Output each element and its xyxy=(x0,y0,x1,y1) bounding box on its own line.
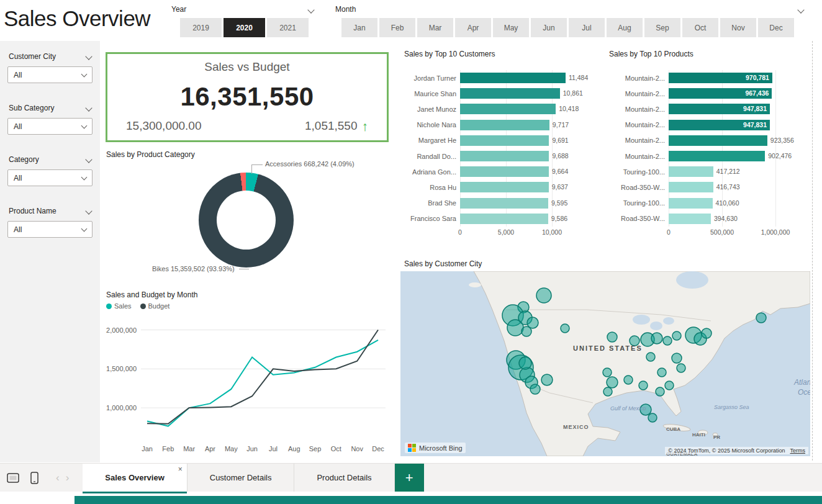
bar[interactable]: 9,664 xyxy=(460,166,549,177)
bar[interactable]: 9,595 xyxy=(460,198,548,209)
bar-value-label: 11,484 xyxy=(569,74,588,81)
bar[interactable]: 11,484 xyxy=(460,73,566,83)
map-bubble[interactable] xyxy=(677,364,685,372)
chevron-down-icon[interactable] xyxy=(85,207,92,214)
map-bubble[interactable] xyxy=(648,413,657,422)
bar-track: 417,212 xyxy=(669,166,806,177)
legend-dot xyxy=(106,304,112,309)
bar[interactable]: 9,691 xyxy=(460,135,549,146)
month-button-apr[interactable]: Apr xyxy=(455,18,491,37)
month-button-jun[interactable]: Jun xyxy=(531,18,567,37)
map-bubble[interactable] xyxy=(672,331,681,340)
line-chart-plot-area[interactable] xyxy=(141,313,386,445)
add-page-button[interactable]: + xyxy=(395,464,424,492)
map-bubble[interactable] xyxy=(646,353,655,361)
bar[interactable]: 947,831 xyxy=(669,104,770,114)
map-bubble[interactable] xyxy=(663,336,672,345)
filter-dropdown[interactable]: All xyxy=(7,169,93,186)
bar-track: 947,831 xyxy=(669,120,806,130)
desktop-view-icon[interactable] xyxy=(5,470,21,486)
tab-product-details[interactable]: Product Details xyxy=(294,464,394,492)
map-bubble[interactable] xyxy=(657,368,666,377)
map-bubble[interactable] xyxy=(507,320,523,336)
bar-row: Janet Munoz10,418 xyxy=(404,101,595,117)
donut-chart[interactable] xyxy=(199,173,294,268)
map-bubble[interactable] xyxy=(607,377,618,388)
map-bubble[interactable] xyxy=(561,324,569,333)
bar[interactable]: 9,688 xyxy=(460,151,549,161)
bar[interactable]: 10,861 xyxy=(460,88,560,99)
x-axis-label: Sep xyxy=(307,445,324,452)
bar[interactable]: 970,781 xyxy=(669,73,772,83)
map-bubble[interactable] xyxy=(603,387,612,396)
bar[interactable]: 902,476 xyxy=(669,151,765,161)
year-button-2019[interactable]: 2019 xyxy=(180,18,222,37)
month-button-oct[interactable]: Oct xyxy=(682,18,718,37)
month-button-jan[interactable]: Jan xyxy=(341,18,377,37)
year-button-2020[interactable]: 2020 xyxy=(224,18,265,37)
bar[interactable]: 9,717 xyxy=(460,120,549,130)
map-bubble[interactable] xyxy=(603,368,612,377)
month-button-aug[interactable]: Aug xyxy=(607,18,643,37)
bar[interactable]: 394,630 xyxy=(669,214,711,224)
month-button-may[interactable]: May xyxy=(493,18,529,37)
bar-track: 947,831 xyxy=(669,104,806,114)
month-button-mar[interactable]: Mar xyxy=(417,18,453,37)
tab-customer-details[interactable]: Customer Details xyxy=(187,464,295,492)
close-icon[interactable]: × xyxy=(178,465,183,474)
filter-dropdown[interactable]: All xyxy=(7,221,93,238)
map-bubble[interactable] xyxy=(624,376,633,384)
mobile-view-icon[interactable] xyxy=(26,470,42,486)
bing-logo[interactable]: Microsoft Bing xyxy=(405,443,466,453)
x-axis-label: Apr xyxy=(201,445,219,452)
bar[interactable]: 923,356 xyxy=(669,135,767,146)
tab-sales-overview[interactable]: Sales Overview× xyxy=(83,464,187,492)
year-button-2021[interactable]: 2021 xyxy=(267,18,309,37)
chevron-down-icon[interactable] xyxy=(85,104,92,111)
legend-item-sales[interactable]: Sales xyxy=(106,302,132,310)
map-bubble[interactable] xyxy=(756,313,766,323)
bar[interactable]: 10,418 xyxy=(460,104,556,114)
bar[interactable]: 416,743 xyxy=(669,182,713,192)
chevron-down-icon[interactable] xyxy=(307,6,314,13)
bar[interactable]: 967,436 xyxy=(669,88,772,99)
chevron-down-icon[interactable] xyxy=(85,53,92,60)
month-button-jul[interactable]: Jul xyxy=(569,18,605,37)
map-bubble[interactable] xyxy=(607,332,617,342)
map-bubble[interactable] xyxy=(519,357,531,369)
month-button-nov[interactable]: Nov xyxy=(720,18,756,37)
bar-row: Rosa Hu9,637 xyxy=(404,179,595,195)
map-bubble[interactable] xyxy=(665,381,674,390)
x-axis-label: Aug xyxy=(286,445,303,452)
bar-value-label: 902,476 xyxy=(768,152,792,160)
map-bubble[interactable] xyxy=(651,333,662,344)
month-button-dec[interactable]: Dec xyxy=(758,18,794,37)
filter-dropdown[interactable]: All xyxy=(7,66,93,83)
bar[interactable]: 9,586 xyxy=(460,214,548,224)
map-bubble[interactable] xyxy=(541,374,553,385)
map-label-united-states: UNITED STATES xyxy=(573,344,643,352)
terms-link[interactable]: Terms xyxy=(790,448,806,454)
chevron-down-icon[interactable] xyxy=(85,156,92,163)
prev-page-icon[interactable]: ‹ xyxy=(56,472,60,484)
map-bubble[interactable] xyxy=(672,353,682,363)
bar[interactable]: 410,060 xyxy=(669,198,713,209)
filter-dropdown[interactable]: All xyxy=(7,118,93,135)
bing-map[interactable]: UNITED STATESMEXICOCUBAHAITIPRGUATEMALAG… xyxy=(400,271,810,456)
legend-dot xyxy=(140,304,146,309)
map-bubble[interactable] xyxy=(530,384,540,394)
next-page-icon[interactable]: › xyxy=(66,472,70,484)
map-bubble[interactable] xyxy=(536,288,551,303)
month-button-sep[interactable]: Sep xyxy=(644,18,680,37)
bar[interactable]: 947,831 xyxy=(669,120,770,130)
bar[interactable]: 417,212 xyxy=(669,166,713,177)
line-series-budget[interactable] xyxy=(147,330,378,424)
map-bubble[interactable] xyxy=(639,381,648,390)
legend-item-budget[interactable]: Budget xyxy=(140,302,170,310)
map-bubble[interactable] xyxy=(656,387,664,396)
chevron-down-icon[interactable] xyxy=(797,6,804,13)
bar[interactable]: 9,637 xyxy=(460,182,549,192)
month-button-feb[interactable]: Feb xyxy=(379,18,415,37)
map-bubble[interactable] xyxy=(702,328,711,338)
map-bubble[interactable] xyxy=(522,326,531,336)
